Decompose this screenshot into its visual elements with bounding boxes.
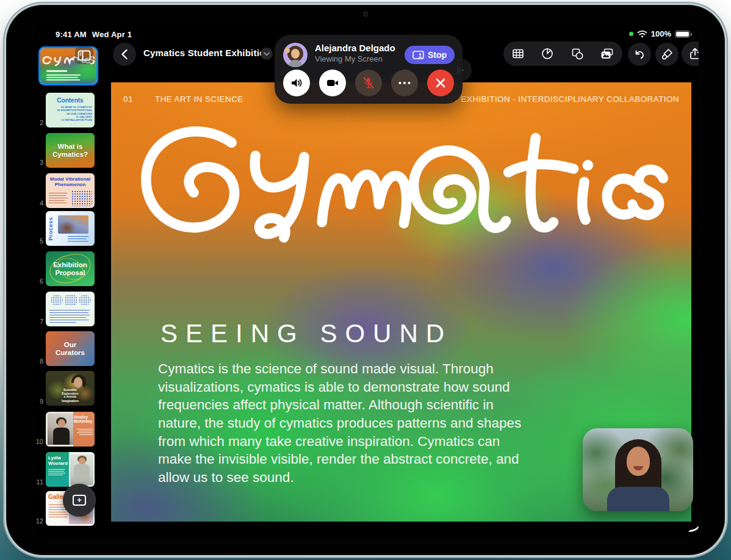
slide-thumbnail-4[interactable]: Modal Vibrational Phenomenon — [46, 173, 95, 208]
video-camera-icon — [325, 76, 340, 90]
end-call-button[interactable] — [427, 70, 454, 96]
slide-thumbnail-6[interactable]: Exhibition Proposal — [46, 251, 95, 286]
thumb7-pattern — [51, 295, 63, 306]
thumb11-figure-body — [74, 464, 90, 483]
pie-chart-icon — [541, 47, 554, 60]
participant-name: Alejandra Delgado — [315, 43, 395, 53]
thumb5-title: Process — [48, 217, 54, 240]
more-call-options-button[interactable] — [391, 70, 418, 96]
share-toolbar-group — [682, 41, 699, 66]
back-button[interactable] — [113, 43, 136, 66]
view-options-button[interactable] — [75, 47, 93, 64]
thumb10-figure-body — [53, 428, 70, 445]
slide-number: 12 — [34, 517, 43, 525]
front-camera — [363, 12, 368, 16]
slide-number: 3 — [34, 159, 43, 166]
slide-thumbnail-8[interactable]: Our Curators — [46, 331, 95, 366]
thumb7-pattern — [65, 295, 77, 306]
video-button[interactable] — [319, 70, 346, 96]
speaker-icon — [289, 76, 304, 90]
slide-number: 2 — [34, 119, 43, 126]
avatar-face — [291, 49, 300, 59]
slide-thumbnail-9[interactable]: Scientific Exploration x Artistic Imagin… — [46, 371, 95, 406]
slide-thumbnail-10[interactable]: Ainsley McKinney — [46, 412, 95, 447]
ipad-device: 9:41 AMWed Apr 1 100% Cymatics Student E… — [6, 5, 725, 555]
shapes-icon — [571, 47, 584, 60]
chevron-down-icon — [264, 52, 270, 56]
facetime-pip-video[interactable] — [583, 428, 693, 511]
undo-icon — [633, 48, 646, 60]
avatar-body — [289, 60, 302, 67]
screen-sharing-indicator-dot — [629, 32, 633, 36]
thumb11-title: Lydia Woolard — [48, 456, 68, 467]
thumb4-title: Modal Vibrational Phenomenon — [46, 177, 95, 188]
insert-toolbar-group — [503, 41, 622, 66]
facetime-shareplay-banner: Alejandra Delgado Viewing My Screen Stop — [275, 35, 463, 104]
screen-share-status: Viewing My Screen — [315, 54, 383, 63]
share-icon — [689, 47, 699, 60]
pip-person-face — [627, 447, 650, 476]
slide-number: 5 — [34, 237, 43, 245]
slide-thumbnail-11[interactable]: Lydia Woolard — [46, 452, 95, 487]
thumb9-figure-face — [74, 377, 82, 388]
mute-button-muted[interactable] — [355, 70, 382, 96]
wifi-icon — [637, 30, 647, 38]
battery-icon — [675, 31, 690, 38]
corner-arc-mark — [688, 517, 699, 532]
thumb10-title: Ainsley McKinney — [74, 415, 90, 424]
thumb10-figure-face — [58, 419, 65, 428]
thumb8-title: Our Curators — [56, 341, 85, 356]
title-menu-button[interactable] — [261, 48, 273, 60]
slide-body-text: Cymatics is the science of sound made vi… — [158, 360, 535, 487]
thumb2-contents-list: 03 WHAT IS CYMATICS? 06 EXHIBITION PROPO… — [46, 106, 92, 122]
slide-title-lettering: CYMATICS — [128, 118, 672, 248]
thumb6-title: Exhibition Proposal — [53, 261, 87, 276]
sidebar-toggle-icon — [77, 50, 91, 61]
thumb7-pattern — [79, 295, 91, 306]
table-icon — [511, 47, 525, 60]
slide-thumbnail-7[interactable] — [46, 292, 95, 326]
paintbrush-icon — [660, 48, 674, 61]
pip-person-body — [607, 487, 669, 511]
photos-icon — [600, 47, 614, 60]
undo-button[interactable] — [628, 43, 651, 66]
thumb2-title: Contents — [46, 97, 95, 104]
speaker-button[interactable] — [283, 70, 310, 96]
stop-sharing-button[interactable]: Stop — [405, 46, 455, 64]
screen: 9:41 AMWed Apr 1 100% Cymatics Student E… — [34, 24, 699, 537]
chevron-left-icon — [121, 49, 128, 60]
cymatics-script-svg — [128, 118, 672, 248]
thumb4-cymatic-pattern — [71, 190, 92, 206]
stop-sharing-label: Stop — [428, 50, 447, 60]
slide-navigator: 1 2 Contents 03 WHAT IS CYMATICS? 06 EXH… — [34, 24, 110, 537]
slide-heading: SEEING SOUND — [160, 319, 452, 348]
slide-number: 6 — [34, 278, 43, 285]
slide-number: 11 — [34, 478, 43, 486]
screen-share-icon — [412, 51, 424, 60]
slide-kicker-number: 01 — [123, 95, 133, 104]
slide-kicker-left: THE ART IN SCIENCE — [155, 95, 243, 104]
format-button[interactable] — [655, 43, 679, 66]
slide-number: 4 — [34, 199, 43, 207]
share-button[interactable] — [689, 47, 699, 60]
close-x-icon — [435, 77, 446, 88]
battery-percentage: 100% — [651, 29, 671, 38]
document-title[interactable]: Cymatics Student Exhibition — [143, 48, 271, 58]
thumb5-photo — [58, 215, 88, 234]
insert-chart-button[interactable] — [541, 47, 554, 60]
add-slide-button[interactable]: + — [63, 484, 96, 517]
slide-number: 7 — [34, 318, 43, 325]
slide-thumbnail-3[interactable]: What is Cymatics? — [46, 133, 95, 168]
slide-number: 10 — [34, 438, 43, 445]
plus-icon: + — [73, 495, 86, 506]
insert-table-button[interactable] — [511, 47, 525, 60]
slide-number: 9 — [34, 398, 43, 405]
call-controls — [283, 70, 454, 96]
ellipsis-icon — [398, 81, 411, 85]
insert-media-button[interactable] — [600, 47, 614, 60]
thumb3-title: What is Cymatics? — [52, 143, 88, 158]
slide-thumbnail-2[interactable]: Contents 03 WHAT IS CYMATICS? 06 EXHIBIT… — [46, 93, 95, 127]
slide-kicker-right: ENT EXHIBITION - INTERDISCIPLINARY COLLA… — [441, 95, 679, 104]
slide-thumbnail-5[interactable]: Process — [46, 211, 95, 246]
insert-shape-button[interactable] — [571, 47, 584, 60]
